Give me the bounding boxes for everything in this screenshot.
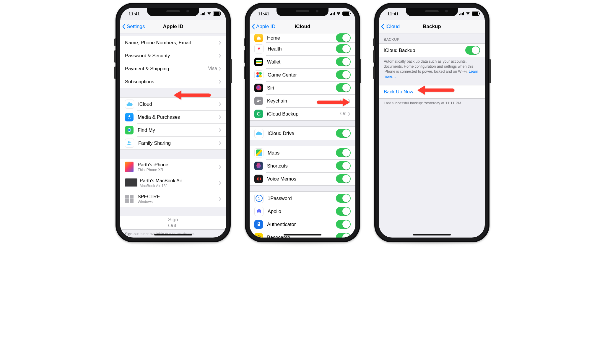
notch [406, 8, 458, 16]
back-button[interactable]: iCloud [381, 20, 400, 33]
chevron-left-icon [251, 24, 255, 30]
chevron-left-icon [381, 24, 384, 30]
signout-button[interactable]: Sign Out [120, 216, 226, 229]
status-time: 11:41 [129, 11, 140, 16]
iphone-backup: 11:41 iCloud Backup Backup iCloud Backup [374, 3, 489, 242]
row-detail: Visa [208, 66, 217, 71]
iphone-appleid: 11:41 Settings Apple ID Name, Phone Numb… [116, 3, 231, 242]
row-device-windows[interactable]: SPECTREWindows [120, 191, 226, 207]
findmy-icon [125, 126, 134, 134]
iclouddrive-icon [254, 129, 264, 138]
row-detail: On [340, 98, 347, 103]
nav-bar: iCloud Backup [379, 20, 485, 33]
toggle-switch[interactable] [336, 129, 351, 138]
nav-bar: Apple ID iCloud [250, 20, 355, 33]
gamecenter-icon [254, 70, 264, 79]
toggle-switch[interactable] [336, 57, 351, 66]
nav-title: iCloud [295, 24, 310, 30]
chevron-right-icon [219, 80, 221, 84]
row-device-macbook[interactable]: Parth's MacBook AirMacBook Air 13" [120, 175, 226, 191]
back-button[interactable]: Settings [122, 20, 145, 33]
row-payment-shipping[interactable]: Payment & Shipping Visa [120, 62, 226, 75]
toggle-switch[interactable] [336, 161, 351, 170]
back-button[interactable]: Apple ID [251, 20, 275, 33]
toggle-switch[interactable] [336, 44, 351, 53]
chevron-left-icon [122, 24, 126, 30]
toggle-switch[interactable] [465, 46, 480, 55]
chevron-right-icon [219, 165, 221, 169]
chevron-right-icon [348, 112, 351, 116]
1password-icon: 1 [254, 194, 264, 203]
toggle-switch[interactable] [336, 207, 351, 216]
row-media-purchases[interactable]: Media & Purchases [120, 110, 226, 124]
svg-point-0 [128, 141, 130, 143]
home-indicator[interactable] [284, 234, 321, 235]
row-icloud-backup-toggle[interactable]: iCloud Backup [379, 44, 485, 57]
row-device-iphone[interactable]: Parth's iPhoneThis iPhone XR [120, 159, 226, 175]
toggle-switch[interactable] [336, 220, 351, 229]
toggle-switch[interactable] [336, 174, 351, 183]
section-header: Backup [379, 33, 485, 43]
row-home[interactable]: Home [250, 33, 355, 42]
row-maps[interactable]: Maps [250, 146, 355, 159]
toggle-switch[interactable] [336, 194, 351, 203]
cellular-icon [459, 12, 464, 15]
backup-description: Automatically back up data such as your … [379, 57, 485, 79]
row-icloud[interactable]: iCloud [120, 98, 226, 110]
chevron-right-icon [219, 67, 221, 71]
home-indicator[interactable] [413, 234, 451, 235]
row-icloud-backup[interactable]: iCloud Backup On [250, 107, 355, 120]
apollo-icon [254, 207, 264, 216]
row-1password[interactable]: 1 1Password [250, 192, 355, 205]
row-authenticator[interactable]: Authenticator [250, 218, 355, 231]
toggle-switch[interactable] [336, 33, 351, 42]
row-gamecenter[interactable]: Game Center [250, 68, 355, 81]
svg-point-6 [259, 211, 260, 211]
back-label: Settings [127, 24, 145, 30]
row-shortcuts[interactable]: Shortcuts [250, 159, 355, 172]
maps-icon [254, 148, 264, 157]
last-backup-footer: Last successful backup: Yesterday at 11:… [379, 99, 485, 106]
svg-point-4 [258, 212, 260, 213]
row-wallet[interactable]: Wallet [250, 55, 355, 68]
battery-icon [213, 12, 221, 16]
row-findmy[interactable]: Find My [120, 124, 226, 136]
row-health[interactable]: ♥ Health [250, 42, 355, 55]
row-subscriptions[interactable]: Subscriptions [120, 75, 226, 88]
row-name-phone-email[interactable]: Name, Phone Numbers, Email [120, 36, 226, 49]
svg-point-1 [130, 142, 131, 143]
toggle-switch[interactable] [336, 83, 351, 92]
svg-rect-7 [258, 224, 260, 226]
row-family-sharing[interactable]: Family Sharing [120, 136, 226, 150]
row-detail: On [340, 111, 347, 116]
chevron-right-icon [348, 99, 351, 103]
cellular-icon [330, 12, 335, 15]
row-voicememos[interactable]: Voice Memos [250, 172, 355, 185]
iphone-icloud: 11:41 Apple ID iCloud Home [245, 3, 360, 242]
row-apollo[interactable]: Apollo [250, 205, 355, 218]
health-icon: ♥ [254, 44, 264, 53]
home-indicator[interactable] [154, 234, 192, 235]
back-label: Apple ID [256, 24, 275, 30]
nav-bar: Settings Apple ID [120, 20, 226, 33]
cellular-icon [201, 12, 206, 15]
row-icloud-drive[interactable]: iCloud Drive [250, 127, 355, 140]
toggle-switch[interactable] [336, 70, 351, 79]
battery-icon [342, 12, 350, 16]
row-keychain[interactable]: Keychain On [250, 94, 355, 107]
toggle-switch[interactable] [336, 148, 351, 157]
chevron-right-icon [219, 197, 221, 201]
svg-point-5 [258, 211, 258, 211]
backup-now-button[interactable]: Back Up Now [379, 85, 485, 98]
row-siri[interactable]: Siri [250, 81, 355, 94]
authenticator-icon [254, 220, 263, 229]
chevron-right-icon [219, 115, 221, 119]
wifi-icon [336, 12, 341, 15]
nav-title: Apple ID [163, 24, 183, 30]
wallet-icon [254, 58, 263, 66]
notch [147, 8, 199, 16]
voicememos-icon [254, 175, 263, 183]
keychain-icon [254, 97, 263, 105]
row-password-security[interactable]: Password & Security [120, 49, 226, 62]
backup-icon [254, 110, 263, 118]
